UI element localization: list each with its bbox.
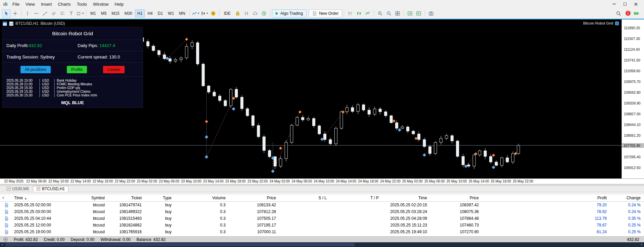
profits-button[interactable]: Profits xyxy=(67,66,87,73)
currency-icon-button[interactable]: $ xyxy=(209,9,218,17)
column-header-price[interactable]: Price xyxy=(228,196,279,200)
search-button[interactable] xyxy=(614,9,623,17)
zigzag-pattern-icon-button[interactable] xyxy=(363,9,372,17)
menu-item-view[interactable]: View xyxy=(22,1,38,8)
lock-icon-button[interactable] xyxy=(233,9,242,17)
price-axis-label: 111507.30 xyxy=(624,37,640,41)
crosshair-tool-button[interactable] xyxy=(11,9,19,17)
column-header-time[interactable]: Time▲ xyxy=(12,196,67,200)
chart-plot[interactable]: BTCUSD,H1: Bitcoin (USD) Bitcoin Robot G… xyxy=(0,19,622,178)
timeframe-h4-button[interactable]: H4 xyxy=(145,9,155,17)
tab-btcusd-h1[interactable]: BTCUSD,H1 xyxy=(33,186,68,192)
column-header-symbol[interactable]: Symbol xyxy=(67,196,107,200)
close-button[interactable] xyxy=(633,2,638,6)
close-toolbox-button[interactable]: × xyxy=(0,196,12,200)
trendline-tool-button[interactable] xyxy=(41,9,49,17)
menu-item-window[interactable]: Window xyxy=(90,1,111,8)
column-header-close_time[interactable]: Time xyxy=(381,196,430,200)
menu-item-charts[interactable]: Charts xyxy=(55,1,74,8)
all-positions-button[interactable]: All positions xyxy=(20,66,51,73)
minimize-button[interactable] xyxy=(612,2,616,6)
menu-item-file[interactable]: File xyxy=(9,1,22,8)
timeframe-m30-button[interactable]: M30 xyxy=(122,9,135,17)
channel-tool-button[interactable] xyxy=(49,9,58,17)
notification-badge[interactable]: 1 xyxy=(626,11,631,16)
order-doc-icon xyxy=(0,210,12,214)
horizontal-scrollbar[interactable] xyxy=(0,242,644,247)
news-calendar-list: 2025.05.26 15:00|USD|Bank Holiday2025.05… xyxy=(2,76,143,98)
indicators-button[interactable] xyxy=(191,9,200,17)
cloud-icon-button[interactable] xyxy=(251,9,260,17)
timeframe-mn-button[interactable]: MN xyxy=(177,9,188,17)
cell-ticket: 1081624862 xyxy=(107,223,144,228)
news-time: 2025.05.29 15:30 xyxy=(6,86,37,90)
chart-type-button[interactable] xyxy=(200,9,209,17)
history-row[interactable]: 2025.05.25 02:00:00btcusd1081479741buy0.… xyxy=(0,202,644,208)
candle-pattern-icon-button[interactable] xyxy=(355,9,363,17)
scroll-right-icon[interactable] xyxy=(641,244,643,246)
timeframe-h1-button[interactable]: H1 xyxy=(135,9,145,17)
column-header-close_price[interactable]: Price xyxy=(430,196,481,200)
new-order-button[interactable]: New Order xyxy=(309,9,342,17)
tile-windows-button[interactable] xyxy=(393,9,402,17)
price-axis-label: 110358.60 xyxy=(624,69,640,73)
column-header-ticket[interactable]: Ticket xyxy=(107,196,144,200)
cell-symbol: btcusd xyxy=(67,216,107,221)
history-row[interactable]: 2025.05.25 04:10:44btcusd1081515463buy0.… xyxy=(0,215,644,222)
text-tool-button[interactable] xyxy=(67,9,76,17)
sync-icon-button[interactable] xyxy=(260,9,268,17)
algo-trading-button[interactable]: Algo Trading xyxy=(272,9,307,17)
column-header-type[interactable]: Type xyxy=(144,196,174,200)
price-axis[interactable]: 111890.20111507.30111124.40110741.501103… xyxy=(622,19,644,178)
toolbar-separator xyxy=(189,10,190,17)
timeframe-m15-button[interactable]: M15 xyxy=(109,9,122,17)
screenshot-camera-button[interactable] xyxy=(427,9,435,17)
cursor-tool-button[interactable] xyxy=(2,9,11,17)
horizontal-line-tool-button[interactable] xyxy=(32,9,41,17)
history-row[interactable]: 2025.05.25 19:00:00btcusd1081765916buy0.… xyxy=(0,229,644,235)
column-header-sl[interactable]: S / L xyxy=(279,196,329,200)
fibonacci-tool-button[interactable] xyxy=(58,9,67,17)
menu-item-help[interactable]: Help xyxy=(111,1,127,8)
ea-panel-title: Bitcoin Robot Grid xyxy=(2,27,143,40)
cell-close_price: 107270.90 xyxy=(430,230,481,234)
cell-volume: 0.3 xyxy=(174,203,228,207)
vertical-line-tool-button[interactable] xyxy=(23,9,32,17)
shapes-tool-button[interactable] xyxy=(76,9,84,17)
timeframe-w1-button[interactable]: W1 xyxy=(166,9,176,17)
connection-status-icon xyxy=(633,11,639,16)
history-row[interactable]: 2025.05.25 03:00:00btcusd1081499322buy0.… xyxy=(0,208,644,215)
column-header-change[interactable]: Change xyxy=(609,196,643,200)
news-currency: USD xyxy=(42,86,52,90)
zoom-out-button[interactable] xyxy=(384,9,393,17)
maximize-button[interactable] xyxy=(623,2,627,6)
menu-item-tools[interactable]: Tools xyxy=(74,1,90,8)
scroll-left-icon[interactable] xyxy=(1,244,3,246)
time-axis[interactable]: 22 May 202522 May 06:0022 May 10:0022 Ma… xyxy=(0,178,644,184)
timeframe-m5-button[interactable]: M5 xyxy=(99,9,109,17)
dock-window-in-button[interactable] xyxy=(406,9,414,17)
robot-grid-icon[interactable] xyxy=(615,22,619,25)
menu-item-insert[interactable]: Insert xyxy=(38,1,55,8)
history-row[interactable]: 2025.05.25 12:00:00btcusd1081624862buy0.… xyxy=(0,222,644,229)
column-header-profit[interactable]: Profit xyxy=(481,196,609,200)
timeframe-m1-button[interactable]: M1 xyxy=(88,9,98,17)
points-icon-button[interactable] xyxy=(242,9,251,17)
dock-window-out-button[interactable] xyxy=(414,9,423,17)
toolbar: M1M5M15M30H1H4D1W1MN $ IDE Algo Trading … xyxy=(0,8,644,19)
column-header-volume[interactable]: Volume xyxy=(174,196,228,200)
timeframe-d1-button[interactable]: D1 xyxy=(155,9,165,17)
scrollbar-thumb[interactable] xyxy=(5,243,355,246)
cell-price: 107000.11 xyxy=(228,230,279,234)
zoom-in-button[interactable] xyxy=(376,9,384,17)
sort-icon-button[interactable] xyxy=(346,9,355,17)
cell-volume: 0.3 xyxy=(174,230,228,234)
losses-button[interactable]: Losses xyxy=(103,66,125,73)
time-axis-label: 25 May 10:00 xyxy=(447,179,467,183)
column-header-tp[interactable]: T / P xyxy=(329,196,381,200)
summary-plus-icon[interactable] xyxy=(3,237,8,242)
toolbar-separator xyxy=(425,10,425,17)
tab-us30-m5[interactable]: US30,M5 xyxy=(3,186,32,192)
ide-button[interactable]: IDE xyxy=(221,10,233,17)
news-time: 2025.05.30 15:30 xyxy=(6,93,37,97)
